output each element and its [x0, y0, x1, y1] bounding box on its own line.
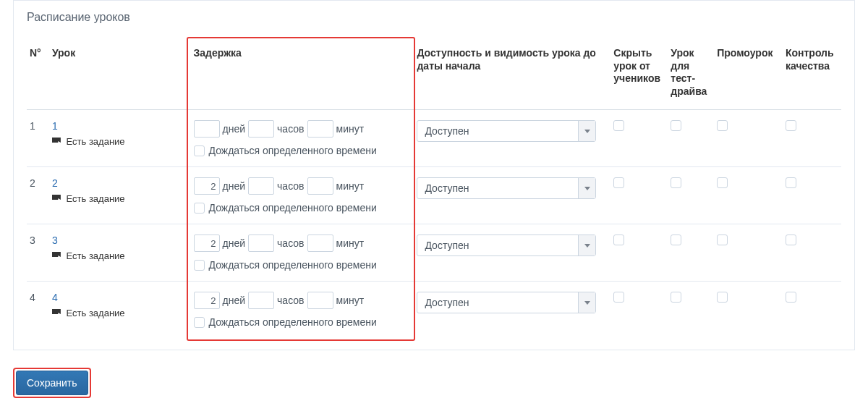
wait-time-label: Дождаться определенного времени — [209, 145, 377, 156]
col-header-promo: Промоурок — [714, 40, 783, 110]
cell-promo — [714, 167, 783, 224]
wait-time-checkbox[interactable] — [194, 203, 205, 214]
availability-select[interactable]: Доступен — [417, 292, 596, 313]
has-task-row: Есть задание — [52, 308, 185, 318]
minutes-input[interactable] — [307, 235, 333, 252]
hours-input[interactable] — [248, 235, 274, 252]
lesson-link[interactable]: 1 — [52, 120, 58, 132]
col-header-delay: Задержка — [191, 40, 414, 110]
cell-availability: Доступен — [414, 110, 610, 167]
minutes-label: минут — [336, 237, 365, 249]
cell-quality — [783, 224, 841, 282]
table-row: 3 3 Есть задание дней часов минут Дождат… — [27, 224, 841, 282]
cell-lesson: 3 Есть задание — [49, 224, 191, 282]
cell-delay: дней часов минут Дождаться определенного… — [191, 282, 414, 339]
availability-select[interactable]: Доступен — [417, 177, 596, 199]
quality-checkbox[interactable] — [786, 235, 796, 245]
flag-icon — [52, 138, 61, 145]
hide-checkbox[interactable] — [613, 292, 624, 303]
select-toggle[interactable] — [578, 235, 595, 255]
flag-icon — [52, 252, 61, 259]
testdrive-checkbox[interactable] — [671, 235, 681, 245]
quality-checkbox[interactable] — [786, 292, 796, 303]
has-task-row: Есть задание — [52, 250, 185, 261]
cell-testdrive — [668, 167, 714, 224]
days-label: дней — [223, 295, 246, 306]
days-input[interactable] — [194, 177, 220, 195]
has-task-label: Есть задание — [67, 136, 125, 147]
has-task-row: Есть задание — [52, 193, 185, 204]
has-task-label: Есть задание — [67, 250, 125, 261]
promo-checkbox[interactable] — [717, 235, 728, 245]
days-label: дней — [223, 237, 246, 249]
promo-checkbox[interactable] — [717, 120, 728, 131]
select-toggle[interactable] — [578, 121, 595, 141]
lesson-link[interactable]: 4 — [52, 292, 58, 303]
lesson-link[interactable]: 3 — [52, 235, 58, 246]
cell-lesson: 2 Есть задание — [49, 167, 191, 224]
col-header-quality: Контроль качества — [783, 40, 841, 110]
hours-label: часов — [277, 180, 304, 192]
testdrive-checkbox[interactable] — [671, 292, 681, 303]
hours-input[interactable] — [248, 292, 274, 309]
cell-delay: дней часов минут Дождаться определенного… — [191, 224, 414, 282]
lesson-link[interactable]: 2 — [52, 177, 58, 189]
minutes-input[interactable] — [307, 292, 333, 309]
cell-num: 1 — [27, 110, 49, 167]
days-input[interactable] — [194, 235, 220, 252]
availability-select[interactable]: Доступен — [417, 120, 596, 142]
hours-label: часов — [277, 237, 304, 249]
days-label: дней — [223, 180, 246, 192]
hours-input[interactable] — [248, 177, 274, 195]
col-header-testdrive: Урок для тест-драйва — [668, 40, 714, 110]
testdrive-checkbox[interactable] — [671, 120, 681, 131]
days-input[interactable] — [194, 292, 220, 309]
cell-lesson: 4 Есть задание — [49, 282, 191, 339]
quality-checkbox[interactable] — [786, 177, 796, 188]
cell-num: 3 — [27, 224, 49, 282]
cell-quality — [783, 282, 841, 339]
chevron-down-icon — [584, 244, 590, 248]
availability-value: Доступен — [417, 292, 578, 313]
wait-time-checkbox[interactable] — [194, 317, 205, 328]
testdrive-checkbox[interactable] — [671, 177, 681, 188]
hide-checkbox[interactable] — [613, 235, 624, 245]
select-toggle[interactable] — [578, 178, 595, 198]
has-task-row: Есть задание — [52, 136, 185, 147]
table-row: 4 4 Есть задание дней часов минут Дождат… — [27, 282, 841, 339]
cell-testdrive — [668, 282, 714, 339]
hide-checkbox[interactable] — [613, 177, 624, 188]
cell-hide — [610, 282, 668, 339]
promo-checkbox[interactable] — [717, 177, 728, 188]
availability-value: Доступен — [417, 235, 578, 255]
cell-availability: Доступен — [414, 167, 610, 224]
wait-time-checkbox[interactable] — [194, 145, 205, 156]
cell-num: 2 — [27, 167, 49, 224]
cell-delay: дней часов минут Дождаться определенного… — [191, 167, 414, 224]
has-task-label: Есть задание — [67, 193, 125, 204]
cell-quality — [783, 110, 841, 167]
promo-checkbox[interactable] — [717, 292, 728, 303]
quality-checkbox[interactable] — [786, 120, 796, 131]
wait-time-label: Дождаться определенного времени — [209, 202, 377, 214]
hours-input[interactable] — [248, 120, 274, 138]
wait-time-checkbox[interactable] — [194, 260, 205, 271]
cell-hide — [610, 167, 668, 224]
availability-select[interactable]: Доступен — [417, 235, 596, 256]
cell-num: 4 — [27, 282, 49, 339]
cell-promo — [714, 282, 783, 339]
flag-icon — [52, 195, 61, 202]
minutes-input[interactable] — [307, 120, 333, 138]
cell-testdrive — [668, 224, 714, 282]
select-toggle[interactable] — [578, 292, 595, 313]
save-button[interactable]: Сохранить — [16, 371, 88, 395]
hide-checkbox[interactable] — [613, 120, 624, 131]
table-row: 1 1 Есть задание дней часов минут Дождат… — [27, 110, 841, 167]
minutes-input[interactable] — [307, 177, 333, 195]
days-input[interactable] — [194, 120, 220, 138]
availability-value: Доступен — [417, 121, 578, 141]
wait-time-label: Дождаться определенного времени — [209, 259, 377, 271]
col-header-hide: Скрыть урок от учеников — [610, 40, 668, 110]
days-label: дней — [223, 123, 246, 135]
flag-icon — [52, 309, 61, 316]
